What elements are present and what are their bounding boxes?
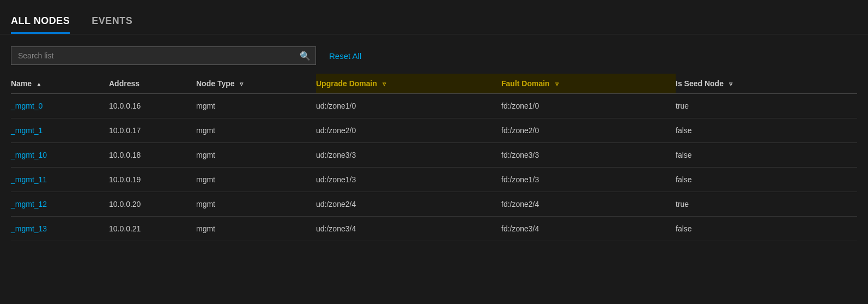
cell-name[interactable]: _mgmt_1 (11, 118, 109, 143)
cell-nodetype: mgmt (196, 143, 316, 168)
cell-nodetype: mgmt (196, 94, 316, 118)
cell-name[interactable]: _mgmt_10 (11, 143, 109, 168)
cell-fault-domain: fd:/zone2/0 (501, 118, 676, 143)
table-header-row: Name ▲ Address Node Type ▿ Upgrade Domai… (11, 74, 857, 94)
cell-fault-domain: fd:/zone3/3 (501, 143, 676, 168)
upgrade-filter-icon[interactable]: ▿ (383, 80, 386, 88)
search-input-wrapper: 🔍 (11, 46, 316, 65)
col-nodetype-label: Node Type (196, 79, 235, 88)
table-row: _mgmt_1010.0.0.18mgmtud:/zone3/3fd:/zone… (11, 143, 857, 168)
cell-fault-domain: fd:/zone3/4 (501, 217, 676, 241)
table-row: _mgmt_1310.0.0.21mgmtud:/zone3/4fd:/zone… (11, 217, 857, 241)
col-upgrade-label: Upgrade Domain (316, 79, 377, 88)
cell-nodetype: mgmt (196, 192, 316, 217)
tabs-container: ALL NODES EVENTS (0, 0, 868, 34)
cell-name[interactable]: _mgmt_13 (11, 217, 109, 241)
cell-seed-node: true (676, 192, 857, 217)
cell-upgrade-domain: ud:/zone3/4 (316, 217, 501, 241)
search-bar-row: 🔍 Reset All (0, 34, 868, 74)
cell-address: 10.0.0.18 (109, 143, 196, 168)
cell-seed-node: false (676, 217, 857, 241)
cell-seed-node: true (676, 94, 857, 118)
cell-fault-domain: fd:/zone2/4 (501, 192, 676, 217)
table-row: _mgmt_110.0.0.17mgmtud:/zone2/0fd:/zone2… (11, 118, 857, 143)
seed-filter-icon[interactable]: ▿ (729, 80, 732, 88)
sort-asc-icon: ▲ (36, 81, 42, 87)
cell-fault-domain: fd:/zone1/3 (501, 168, 676, 192)
cell-address: 10.0.0.20 (109, 192, 196, 217)
fault-filter-icon[interactable]: ▿ (555, 80, 559, 88)
cell-upgrade-domain: ud:/zone1/0 (316, 94, 501, 118)
col-header-name[interactable]: Name ▲ (11, 74, 109, 94)
cell-address: 10.0.0.17 (109, 118, 196, 143)
cell-upgrade-domain: ud:/zone2/0 (316, 118, 501, 143)
cell-nodetype: mgmt (196, 118, 316, 143)
tab-all-nodes[interactable]: ALL NODES (11, 15, 70, 34)
cell-address: 10.0.0.16 (109, 94, 196, 118)
table-row: _mgmt_010.0.0.16mgmtud:/zone1/0fd:/zone1… (11, 94, 857, 118)
table-container: Name ▲ Address Node Type ▿ Upgrade Domai… (0, 74, 868, 241)
reset-all-button[interactable]: Reset All (325, 48, 366, 64)
table-row: _mgmt_1210.0.0.20mgmtud:/zone2/4fd:/zone… (11, 192, 857, 217)
col-fault-label: Fault Domain (501, 79, 550, 88)
cell-seed-node: false (676, 118, 857, 143)
nodes-table: Name ▲ Address Node Type ▿ Upgrade Domai… (11, 74, 857, 241)
col-header-seed[interactable]: Is Seed Node ▿ (676, 74, 857, 94)
cell-name[interactable]: _mgmt_12 (11, 192, 109, 217)
col-header-nodetype[interactable]: Node Type ▿ (196, 74, 316, 94)
col-name-label: Name (11, 79, 32, 88)
cell-seed-node: false (676, 143, 857, 168)
cell-fault-domain: fd:/zone1/0 (501, 94, 676, 118)
cell-seed-node: false (676, 168, 857, 192)
cell-name[interactable]: _mgmt_0 (11, 94, 109, 118)
cell-address: 10.0.0.19 (109, 168, 196, 192)
nodetype-filter-icon[interactable]: ▿ (240, 80, 243, 88)
cell-upgrade-domain: ud:/zone1/3 (316, 168, 501, 192)
col-seed-label: Is Seed Node (676, 79, 724, 88)
cell-name[interactable]: _mgmt_11 (11, 168, 109, 192)
col-header-upgrade[interactable]: Upgrade Domain ▿ (316, 74, 501, 94)
cell-upgrade-domain: ud:/zone3/3 (316, 143, 501, 168)
cell-upgrade-domain: ud:/zone2/4 (316, 192, 501, 217)
col-header-fault[interactable]: Fault Domain ▿ (501, 74, 676, 94)
search-input[interactable] (11, 46, 316, 65)
col-header-address[interactable]: Address (109, 74, 196, 94)
cell-address: 10.0.0.21 (109, 217, 196, 241)
tab-events[interactable]: EVENTS (92, 15, 132, 34)
cell-nodetype: mgmt (196, 168, 316, 192)
table-row: _mgmt_1110.0.0.19mgmtud:/zone1/3fd:/zone… (11, 168, 857, 192)
cell-nodetype: mgmt (196, 217, 316, 241)
col-address-label: Address (109, 79, 139, 88)
